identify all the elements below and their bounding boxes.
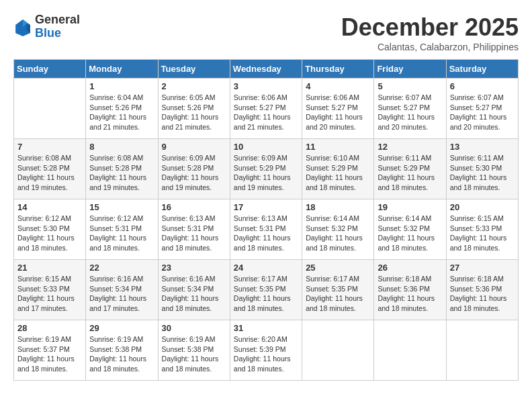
calendar-week-1: 1Sunrise: 6:04 AMSunset: 5:26 PMDaylight… xyxy=(14,79,519,139)
day-info: Sunrise: 6:04 AMSunset: 5:26 PMDaylight:… xyxy=(89,93,154,132)
calendar-cell: 7Sunrise: 6:08 AMSunset: 5:28 PMDaylight… xyxy=(14,139,86,199)
calendar-cell: 20Sunrise: 6:15 AMSunset: 5:33 PMDayligh… xyxy=(446,199,518,260)
day-info: Sunrise: 6:06 AMSunset: 5:27 PMDaylight:… xyxy=(306,93,370,132)
month-title: December 2025 xyxy=(341,13,519,42)
calendar-cell: 25Sunrise: 6:17 AMSunset: 5:35 PMDayligh… xyxy=(302,260,374,320)
day-info: Sunrise: 6:11 AMSunset: 5:30 PMDaylight:… xyxy=(450,153,515,193)
calendar-body: 1Sunrise: 6:04 AMSunset: 5:26 PMDaylight… xyxy=(14,79,519,381)
calendar-cell xyxy=(446,320,518,381)
day-number: 17 xyxy=(234,202,298,212)
day-info: Sunrise: 6:11 AMSunset: 5:29 PMDaylight:… xyxy=(378,153,442,193)
calendar-cell: 13Sunrise: 6:11 AMSunset: 5:30 PMDayligh… xyxy=(446,139,518,199)
day-info: Sunrise: 6:20 AMSunset: 5:39 PMDaylight:… xyxy=(234,334,298,374)
day-info: Sunrise: 6:19 AMSunset: 5:38 PMDaylight:… xyxy=(162,334,226,374)
calendar-cell: 23Sunrise: 6:16 AMSunset: 5:34 PMDayligh… xyxy=(158,260,230,320)
calendar-cell: 9Sunrise: 6:09 AMSunset: 5:28 PMDaylight… xyxy=(158,139,230,199)
day-number: 9 xyxy=(162,142,226,152)
column-header-tuesday: Tuesday xyxy=(158,60,230,79)
day-number: 21 xyxy=(17,263,82,273)
calendar-cell: 19Sunrise: 6:14 AMSunset: 5:32 PMDayligh… xyxy=(374,199,446,260)
calendar-cell xyxy=(374,320,446,381)
day-number: 20 xyxy=(450,202,515,212)
column-header-monday: Monday xyxy=(86,60,158,79)
day-info: Sunrise: 6:13 AMSunset: 5:31 PMDaylight:… xyxy=(162,214,226,253)
day-number: 22 xyxy=(89,263,154,273)
day-number: 23 xyxy=(162,263,226,273)
day-info: Sunrise: 6:10 AMSunset: 5:29 PMDaylight:… xyxy=(306,153,370,193)
calendar-cell xyxy=(302,320,374,381)
day-info: Sunrise: 6:08 AMSunset: 5:28 PMDaylight:… xyxy=(17,153,82,193)
day-number: 3 xyxy=(234,81,298,91)
day-info: Sunrise: 6:14 AMSunset: 5:32 PMDaylight:… xyxy=(378,214,442,253)
calendar-cell: 12Sunrise: 6:11 AMSunset: 5:29 PMDayligh… xyxy=(374,139,446,199)
day-info: Sunrise: 6:14 AMSunset: 5:32 PMDaylight:… xyxy=(306,214,370,253)
day-number: 18 xyxy=(306,202,370,212)
day-number: 11 xyxy=(306,142,370,152)
day-number: 25 xyxy=(306,263,370,273)
calendar-cell: 11Sunrise: 6:10 AMSunset: 5:29 PMDayligh… xyxy=(302,139,374,199)
day-info: Sunrise: 6:13 AMSunset: 5:31 PMDaylight:… xyxy=(234,214,298,253)
day-number: 30 xyxy=(162,323,226,333)
calendar-header: SundayMondayTuesdayWednesdayThursdayFrid… xyxy=(14,60,519,79)
day-info: Sunrise: 6:19 AMSunset: 5:38 PMDaylight:… xyxy=(89,334,154,374)
calendar-cell: 15Sunrise: 6:12 AMSunset: 5:31 PMDayligh… xyxy=(86,199,158,260)
column-header-sunday: Sunday xyxy=(14,60,86,79)
calendar-cell: 29Sunrise: 6:19 AMSunset: 5:38 PMDayligh… xyxy=(86,320,158,381)
day-number: 16 xyxy=(162,202,226,212)
day-info: Sunrise: 6:07 AMSunset: 5:27 PMDaylight:… xyxy=(450,93,515,132)
logo-icon xyxy=(13,17,32,36)
column-header-friday: Friday xyxy=(374,60,446,79)
calendar-cell: 22Sunrise: 6:16 AMSunset: 5:34 PMDayligh… xyxy=(86,260,158,320)
calendar-cell: 2Sunrise: 6:05 AMSunset: 5:26 PMDaylight… xyxy=(158,79,230,139)
calendar-cell xyxy=(14,79,86,139)
day-number: 4 xyxy=(306,81,370,91)
day-number: 12 xyxy=(378,142,442,152)
column-header-wednesday: Wednesday xyxy=(230,60,302,79)
day-number: 8 xyxy=(89,142,154,152)
day-number: 6 xyxy=(450,81,515,91)
day-info: Sunrise: 6:18 AMSunset: 5:36 PMDaylight:… xyxy=(450,274,515,314)
calendar-cell: 24Sunrise: 6:17 AMSunset: 5:35 PMDayligh… xyxy=(230,260,302,320)
day-number: 15 xyxy=(89,202,154,212)
day-number: 13 xyxy=(450,142,515,152)
calendar-cell: 18Sunrise: 6:14 AMSunset: 5:32 PMDayligh… xyxy=(302,199,374,260)
day-number: 29 xyxy=(89,323,154,333)
day-number: 26 xyxy=(378,263,442,273)
calendar-week-4: 21Sunrise: 6:15 AMSunset: 5:33 PMDayligh… xyxy=(14,260,519,320)
calendar-cell: 16Sunrise: 6:13 AMSunset: 5:31 PMDayligh… xyxy=(158,199,230,260)
day-info: Sunrise: 6:15 AMSunset: 5:33 PMDaylight:… xyxy=(450,214,515,253)
calendar-cell: 5Sunrise: 6:07 AMSunset: 5:27 PMDaylight… xyxy=(374,79,446,139)
day-info: Sunrise: 6:06 AMSunset: 5:27 PMDaylight:… xyxy=(234,93,298,132)
day-number: 14 xyxy=(17,202,82,212)
logo-text: General Blue xyxy=(35,13,80,40)
calendar-cell: 4Sunrise: 6:06 AMSunset: 5:27 PMDaylight… xyxy=(302,79,374,139)
calendar-cell: 10Sunrise: 6:09 AMSunset: 5:29 PMDayligh… xyxy=(230,139,302,199)
day-number: 1 xyxy=(89,81,154,91)
day-number: 28 xyxy=(17,323,82,333)
day-number: 2 xyxy=(162,81,226,91)
day-number: 31 xyxy=(234,323,298,333)
calendar-cell: 30Sunrise: 6:19 AMSunset: 5:38 PMDayligh… xyxy=(158,320,230,381)
calendar-cell: 8Sunrise: 6:08 AMSunset: 5:28 PMDaylight… xyxy=(86,139,158,199)
calendar-cell: 27Sunrise: 6:18 AMSunset: 5:36 PMDayligh… xyxy=(446,260,518,320)
calendar-cell: 1Sunrise: 6:04 AMSunset: 5:26 PMDaylight… xyxy=(86,79,158,139)
location: Calantas, Calabarzon, Philippines xyxy=(341,42,519,52)
day-info: Sunrise: 6:08 AMSunset: 5:28 PMDaylight:… xyxy=(89,153,154,193)
day-number: 5 xyxy=(378,81,442,91)
page-header: General Blue December 2025 Calantas, Cal… xyxy=(13,13,519,52)
logo: General Blue xyxy=(13,13,80,40)
calendar-cell: 26Sunrise: 6:18 AMSunset: 5:36 PMDayligh… xyxy=(374,260,446,320)
day-info: Sunrise: 6:12 AMSunset: 5:30 PMDaylight:… xyxy=(17,214,82,253)
calendar-cell: 21Sunrise: 6:15 AMSunset: 5:33 PMDayligh… xyxy=(14,260,86,320)
calendar-week-5: 28Sunrise: 6:19 AMSunset: 5:37 PMDayligh… xyxy=(14,320,519,381)
title-block: December 2025 Calantas, Calabarzon, Phil… xyxy=(341,13,519,52)
day-number: 7 xyxy=(17,142,82,152)
day-number: 10 xyxy=(234,142,298,152)
day-info: Sunrise: 6:09 AMSunset: 5:28 PMDaylight:… xyxy=(162,153,226,193)
day-info: Sunrise: 6:15 AMSunset: 5:33 PMDaylight:… xyxy=(17,274,82,314)
day-info: Sunrise: 6:17 AMSunset: 5:35 PMDaylight:… xyxy=(306,274,370,314)
day-info: Sunrise: 6:07 AMSunset: 5:27 PMDaylight:… xyxy=(378,93,442,132)
day-info: Sunrise: 6:05 AMSunset: 5:26 PMDaylight:… xyxy=(162,93,226,132)
calendar-cell: 31Sunrise: 6:20 AMSunset: 5:39 PMDayligh… xyxy=(230,320,302,381)
day-info: Sunrise: 6:19 AMSunset: 5:37 PMDaylight:… xyxy=(17,334,82,374)
